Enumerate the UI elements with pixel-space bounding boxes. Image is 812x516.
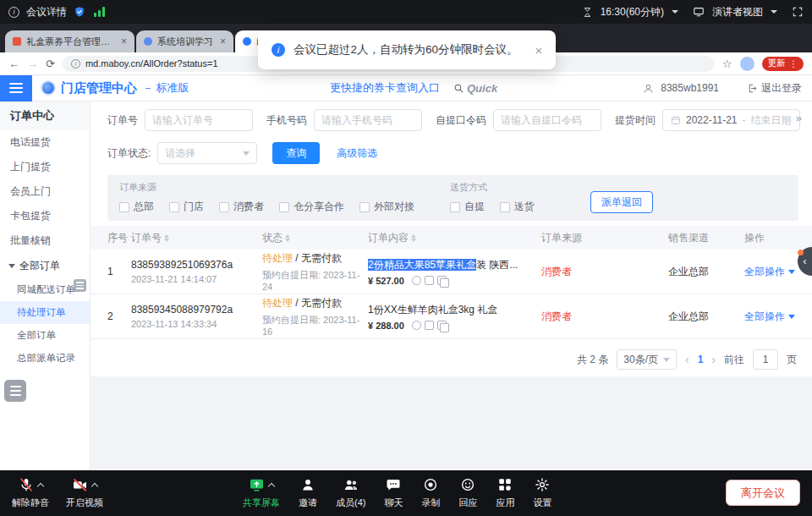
invite-label: 邀请 bbox=[299, 497, 317, 509]
forward-icon[interactable]: → bbox=[27, 58, 38, 70]
package-icon[interactable] bbox=[425, 321, 434, 330]
order-no[interactable]: 83859345088979792a bbox=[131, 304, 262, 316]
username[interactable]: 8385wb1991 bbox=[661, 82, 719, 94]
chevron-down-icon bbox=[788, 315, 795, 319]
header-index: 序号 bbox=[107, 231, 131, 245]
header-action: 操作 bbox=[744, 231, 809, 245]
dispatch-return-button[interactable]: 派单退回 bbox=[590, 191, 653, 213]
next-page-icon[interactable]: › bbox=[711, 353, 716, 366]
sidebar-item-member-visit[interactable]: 会员上门 bbox=[0, 179, 90, 204]
row-actions-dropdown[interactable]: 全部操作 bbox=[744, 310, 809, 324]
header-status[interactable]: 状态 bbox=[262, 231, 368, 245]
mic-muted-icon bbox=[19, 477, 34, 492]
stamp-icon[interactable] bbox=[412, 321, 421, 330]
checkbox-external[interactable]: 外部对接 bbox=[359, 200, 414, 214]
app-menu-button[interactable] bbox=[0, 75, 32, 102]
record-button[interactable]: 录制 bbox=[421, 476, 440, 509]
floating-list-toggle[interactable] bbox=[4, 380, 26, 402]
order-no[interactable]: 83859389251069376a bbox=[131, 259, 262, 271]
order-source-group: 订单来源 总部 门店 消费者 仓分享合作 外部对接 bbox=[119, 181, 414, 214]
header-order-no[interactable]: 订单号 bbox=[131, 231, 262, 245]
stamp-icon[interactable] bbox=[412, 276, 421, 285]
pickup-code-input[interactable] bbox=[493, 109, 601, 131]
meeting-timer[interactable]: 16:30(60分钟) bbox=[601, 5, 664, 19]
copy-icon[interactable] bbox=[437, 321, 447, 330]
fullscreen-icon[interactable] bbox=[792, 6, 804, 18]
timer-caret-icon[interactable] bbox=[672, 10, 678, 14]
coupon-query-link[interactable]: 更快捷的券卡查询入口 bbox=[330, 80, 440, 96]
checkbox-store[interactable]: 门店 bbox=[169, 200, 204, 214]
checkbox-icon bbox=[450, 202, 460, 212]
content-cell: 1份XX生鲜羊肉礼盒3kg 礼盒 ¥ 288.00 bbox=[368, 303, 541, 331]
sidebar-drag-handle[interactable] bbox=[74, 279, 86, 292]
chat-button[interactable]: 聊天 bbox=[384, 476, 403, 509]
sidebar-item-all-orders[interactable]: 全部订单 bbox=[0, 324, 90, 347]
header-content[interactable]: 订单内容 bbox=[368, 231, 541, 245]
sidebar-item-door-pickup[interactable]: 上门提货 bbox=[0, 155, 90, 179]
advanced-filter-link[interactable]: 高级筛选 bbox=[337, 146, 377, 161]
tab-close-icon[interactable]: × bbox=[220, 36, 226, 47]
sidebar-item-card-pickup[interactable]: 卡包提货 bbox=[0, 204, 90, 228]
page-size-select[interactable]: 30条/页 bbox=[617, 349, 677, 370]
logout-button[interactable]: 退出登录 bbox=[747, 81, 802, 96]
share-screen-button[interactable]: 共享屏幕 bbox=[243, 476, 280, 509]
sort-icon[interactable] bbox=[285, 234, 290, 242]
sidebar-item-hq-dispatch-log[interactable]: 总部派单记录 bbox=[0, 347, 90, 370]
bookmark-star-icon[interactable]: ☆ bbox=[722, 58, 732, 70]
logout-icon bbox=[747, 83, 758, 94]
leave-meeting-button[interactable]: 离开会议 bbox=[726, 480, 800, 506]
sidebar-group-all-orders[interactable]: 全部订单 bbox=[0, 253, 90, 278]
pickup-date: 预约自提日期: 2023-11-24 bbox=[262, 269, 368, 292]
settings-button[interactable]: 设置 bbox=[533, 476, 551, 509]
package-icon[interactable] bbox=[425, 276, 434, 285]
checkbox-delivery[interactable]: 送货 bbox=[500, 200, 535, 214]
invite-button[interactable]: 邀请 bbox=[299, 476, 317, 509]
quick-search[interactable]: Quick bbox=[453, 82, 497, 95]
view-caret-icon[interactable] bbox=[771, 10, 777, 14]
checkbox-warehouse-coop[interactable]: 仓分享合作 bbox=[279, 200, 344, 214]
share-options-caret[interactable] bbox=[268, 483, 275, 490]
reaction-label: 回应 bbox=[458, 497, 477, 509]
sidebar-item-pending-orders[interactable]: 待处理订单 bbox=[0, 301, 90, 324]
date-range-picker[interactable]: 2022-11-21 - 结束日期 bbox=[662, 109, 800, 131]
site-info-icon[interactable]: i bbox=[71, 59, 80, 69]
order-no-input[interactable] bbox=[145, 109, 253, 131]
members-icon bbox=[343, 477, 359, 492]
browser-tab-training[interactable]: 系统培训学习 × bbox=[136, 30, 233, 52]
browser-update-button[interactable]: 更新 ⋮ bbox=[762, 57, 804, 71]
sort-icon[interactable] bbox=[164, 234, 169, 242]
selected-product-text[interactable]: 2份精品大果85苹果礼盒 bbox=[368, 259, 476, 271]
view-mode-label[interactable]: 演讲者视图 bbox=[712, 5, 763, 19]
order-status-label: 订单状态: bbox=[107, 146, 151, 161]
browser-profile-avatar[interactable] bbox=[740, 57, 754, 71]
copy-icon[interactable] bbox=[437, 276, 447, 285]
collapse-filters-icon[interactable]: » bbox=[796, 112, 802, 124]
checkbox-consumer[interactable]: 消费者 bbox=[219, 200, 264, 214]
checkbox-self-pickup[interactable]: 自提 bbox=[450, 200, 485, 214]
back-icon[interactable]: ← bbox=[8, 58, 19, 70]
unmute-button[interactable]: 解除静音 bbox=[12, 476, 49, 509]
browser-tab-giftbox[interactable]: 礼盒票券平台管理中心 × bbox=[5, 30, 134, 52]
toast-close-icon[interactable]: × bbox=[535, 43, 543, 58]
sort-icon[interactable] bbox=[411, 234, 416, 242]
app-edition: － 标准版 bbox=[142, 80, 189, 96]
tab-close-icon[interactable]: × bbox=[121, 36, 127, 47]
goto-page-input[interactable] bbox=[753, 349, 778, 370]
meeting-details-label[interactable]: 会议详情 bbox=[26, 5, 67, 19]
members-button[interactable]: 成员(4) bbox=[336, 476, 365, 509]
reaction-button[interactable]: 回应 bbox=[458, 476, 477, 509]
table-row: 1 83859389251069376a 2023-11-21 14:14:07… bbox=[91, 250, 812, 294]
mic-options-caret[interactable] bbox=[36, 483, 43, 490]
phone-input[interactable] bbox=[314, 109, 422, 131]
start-video-button[interactable]: 开启视频 bbox=[66, 476, 103, 509]
current-page[interactable]: 1 bbox=[698, 354, 704, 365]
apps-button[interactable]: 应用 bbox=[496, 476, 514, 509]
search-button[interactable]: 查询 bbox=[272, 142, 320, 164]
sidebar-item-phone-pickup[interactable]: 电话提货 bbox=[0, 130, 90, 155]
reload-icon[interactable]: ⟳ bbox=[46, 58, 55, 70]
sidebar-item-batch-verify[interactable]: 批量核销 bbox=[0, 228, 90, 253]
video-options-caret[interactable] bbox=[91, 483, 98, 490]
order-status-select[interactable]: 请选择 bbox=[157, 142, 257, 164]
checkbox-hq[interactable]: 总部 bbox=[119, 200, 154, 214]
prev-page-icon[interactable]: ‹ bbox=[685, 353, 689, 366]
